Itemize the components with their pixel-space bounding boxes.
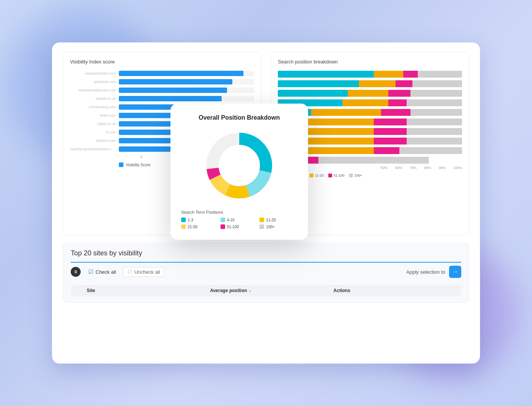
pos-legend-100plus: 100+ xyxy=(349,174,362,177)
check-all-icon: ☑ xyxy=(88,268,93,275)
bar-row: globalsite.com xyxy=(70,79,254,84)
uncheck-all-button[interactable]: ☐ Uncheck all xyxy=(123,267,164,277)
check-all-button[interactable]: ☑ Check all xyxy=(85,267,119,277)
donut-chart-title: Overall Position Breakdown xyxy=(181,114,297,121)
uncheck-all-icon: ☐ xyxy=(128,269,132,274)
bar-row: testsite.co.uk xyxy=(70,96,254,101)
col-actions: Actions xyxy=(333,288,457,293)
donut-legend-11-20: 11-20 xyxy=(260,218,297,222)
bottom-section: Top 20 sites by visibility 0 ☑ Check all… xyxy=(63,243,469,303)
pos-legend-51-100: 51-100 xyxy=(328,174,344,177)
donut-legend-grid: 1-3 4-10 11-20 21-50 51-100 100+ xyxy=(181,218,297,229)
donut-svg xyxy=(201,127,277,204)
donut-legend-21-50: 21-50 xyxy=(181,224,219,229)
section-title: Top 20 sites by visibility xyxy=(71,249,461,257)
donut-legend-51-100: 51-100 xyxy=(221,224,258,229)
apply-selection-label: Apply selection to xyxy=(406,269,445,275)
visibility-legend-label: Visibility Score xyxy=(126,163,151,167)
donut-legend-4-10: 4-10 xyxy=(221,218,258,222)
stacked-row xyxy=(278,80,462,87)
donut-legend-title: Search Term Positions xyxy=(181,210,297,214)
svg-point-6 xyxy=(219,145,260,186)
col-avg-position: Average position ⬧ xyxy=(210,288,334,293)
visibility-chart-title: Visibility Index score xyxy=(70,59,254,65)
donut-legend-1-3: 1-3 xyxy=(181,218,219,222)
bar-row: uniquewebsites.com xyxy=(70,71,254,76)
donut-overlay-card: Overall Position Breakdown xyxy=(170,104,308,240)
apply-selection-button[interactable]: → xyxy=(449,266,461,278)
sort-icon-avg: ⬧ xyxy=(249,289,251,293)
donut-legend-100plus: 100+ xyxy=(260,224,297,229)
pos-legend-11-20: 11-20 xyxy=(310,174,324,177)
visibility-legend-box xyxy=(119,162,123,167)
bar-row: internationaldomain.com xyxy=(70,88,254,93)
position-chart-title: Search position breakdown xyxy=(278,59,462,65)
col-site: Site xyxy=(87,288,210,293)
stacked-row xyxy=(278,90,462,97)
stacked-row xyxy=(278,71,462,78)
table-header: Site Average position ⬧ Actions xyxy=(71,285,461,296)
selection-badge: 0 xyxy=(71,267,81,277)
